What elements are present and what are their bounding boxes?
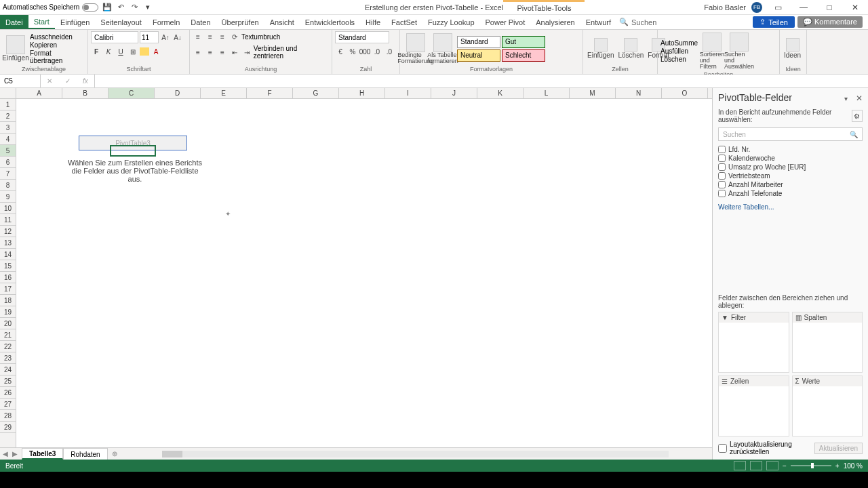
maximize-icon[interactable]: □ — [819, 1, 840, 14]
sheet-nav-prev-icon[interactable]: ◀ — [3, 450, 8, 458]
tab-ansicht[interactable]: Ansicht — [264, 15, 300, 29]
row-header-2[interactable]: 2 — [0, 110, 16, 122]
col-header-g[interactable]: G — [293, 88, 339, 98]
tell-me-search[interactable]: 🔍 Suchen — [619, 18, 656, 26]
row-header-9[interactable]: 9 — [0, 191, 16, 203]
percent-icon[interactable]: % — [347, 46, 358, 57]
decrease-indent-icon[interactable]: ⇤ — [229, 47, 240, 58]
normal-view-icon[interactable] — [734, 461, 746, 470]
horizontal-scrollbar[interactable] — [162, 451, 669, 458]
italic-button[interactable]: K — [103, 46, 114, 57]
row-header-22[interactable]: 22 — [0, 341, 16, 352]
ideas-button[interactable]: Ideen — [783, 37, 802, 60]
row-header-1[interactable]: 1 — [0, 99, 16, 110]
autosave-toggle[interactable] — [82, 3, 98, 12]
tab-fuzzy-lookup[interactable]: Fuzzy Lookup — [422, 15, 479, 29]
row-header-29[interactable]: 29 — [0, 422, 16, 433]
col-header-b[interactable]: B — [62, 88, 108, 98]
tab-entwurf[interactable]: Entwurf — [580, 15, 616, 29]
cancel-formula-icon[interactable]: ✕ — [47, 77, 52, 85]
font-name-combo[interactable]: Calibri — [91, 31, 138, 43]
fill-button[interactable]: Ausfüllen — [660, 47, 698, 55]
col-header-i[interactable]: I — [385, 88, 431, 98]
update-button[interactable]: Aktualisieren — [814, 443, 863, 454]
col-header-a[interactable]: A — [16, 88, 62, 98]
autosum-button[interactable]: AutoSumme — [660, 39, 698, 47]
col-header-h[interactable]: H — [339, 88, 385, 98]
col-header-j[interactable]: J — [431, 88, 477, 98]
page-break-view-icon[interactable] — [766, 461, 778, 470]
name-box[interactable]: C5 — [0, 75, 41, 87]
tab-power-pivot[interactable]: Power Pivot — [480, 15, 531, 29]
field-item[interactable]: Vertriebsteam — [718, 171, 863, 180]
tab-einfuegen[interactable]: Einfügen — [55, 15, 95, 29]
currency-icon[interactable]: € — [335, 46, 346, 57]
tab-entwicklertools[interactable]: Entwicklertools — [300, 15, 360, 29]
copy-button[interactable]: Kopieren — [30, 41, 85, 49]
enter-formula-icon[interactable]: ✓ — [65, 77, 71, 85]
col-header-k[interactable]: K — [477, 88, 524, 98]
bold-button[interactable]: F — [91, 46, 102, 57]
row-header-14[interactable]: 14 — [0, 249, 16, 260]
select-all-corner[interactable] — [0, 88, 16, 98]
row-header-17[interactable]: 17 — [0, 283, 16, 295]
row-header-26[interactable]: 26 — [0, 387, 16, 399]
active-cell[interactable] — [110, 145, 156, 157]
field-checkbox[interactable] — [718, 155, 726, 162]
tab-seitenlayout[interactable]: Seitenlayout — [95, 15, 147, 29]
close-icon[interactable]: ✕ — [845, 1, 865, 14]
minimize-icon[interactable]: — — [793, 1, 814, 14]
row-header-3[interactable]: 3 — [0, 122, 16, 134]
align-top-icon[interactable]: ≡ — [193, 31, 203, 42]
row-header-16[interactable]: 16 — [0, 272, 16, 283]
row-header-7[interactable]: 7 — [0, 168, 16, 180]
comma-icon[interactable]: 000 — [359, 46, 370, 57]
comments-button[interactable]: 💬 Kommentare — [797, 16, 863, 28]
worksheet-grid[interactable]: PivotTable3 Wählen Sie zum Erstellen ein… — [16, 99, 712, 447]
tab-daten[interactable]: Daten — [185, 15, 216, 29]
font-color-icon[interactable]: A — [151, 46, 161, 57]
tab-analysieren[interactable]: Analysieren — [530, 15, 580, 29]
align-right-icon[interactable]: ≡ — [217, 47, 228, 58]
borders-icon[interactable]: ⊞ — [127, 46, 138, 57]
qat-dropdown-icon[interactable]: ▾ — [143, 3, 153, 12]
field-search-input[interactable]: Suchen 🔍 — [718, 127, 863, 141]
drop-area-rows[interactable]: ☰Zeilen — [718, 375, 789, 436]
wrap-text-button[interactable]: Textumbruch — [241, 33, 280, 41]
field-item[interactable]: Umsatz pro Woche [EUR] — [718, 163, 863, 171]
tab-ueberpruefen[interactable]: Überprüfen — [216, 15, 264, 29]
new-sheet-button[interactable]: ⊕ — [112, 450, 117, 458]
tab-formeln[interactable]: Formeln — [147, 15, 185, 29]
tab-file[interactable]: Datei — [0, 15, 28, 29]
drop-area-values[interactable]: ΣWerte — [792, 375, 863, 436]
zoom-out-icon[interactable]: − — [783, 462, 787, 470]
redo-icon[interactable]: ↷ — [130, 3, 139, 12]
merge-button[interactable]: Verbinden und zentrieren — [254, 45, 329, 60]
zoom-slider[interactable] — [791, 465, 831, 466]
field-item[interactable]: Kalenderwoche — [718, 154, 863, 163]
sheet-nav-next-icon[interactable]: ▶ — [12, 450, 18, 458]
cell-style-neutral[interactable]: Neutral — [457, 49, 500, 62]
cut-button[interactable]: Ausschneiden — [30, 33, 85, 41]
row-header-21[interactable]: 21 — [0, 329, 16, 341]
number-format-combo[interactable]: Standard — [335, 31, 389, 43]
row-header-8[interactable]: 8 — [0, 180, 16, 191]
row-header-25[interactable]: 25 — [0, 375, 16, 387]
increase-indent-icon[interactable]: ⇥ — [241, 47, 252, 58]
row-header-4[interactable]: 4 — [0, 134, 16, 145]
row-header-10[interactable]: 10 — [0, 203, 16, 214]
row-header-23[interactable]: 23 — [0, 352, 16, 364]
undo-icon[interactable]: ↶ — [116, 3, 125, 12]
row-header-20[interactable]: 20 — [0, 318, 16, 329]
row-header-24[interactable]: 24 — [0, 364, 16, 375]
field-pane-gear-icon[interactable]: ⚙ — [852, 110, 863, 122]
orientation-icon[interactable]: ⟳ — [229, 31, 240, 42]
zoom-in-icon[interactable]: + — [835, 462, 840, 470]
row-header-13[interactable]: 13 — [0, 237, 16, 249]
sort-filter-button[interactable]: Sortieren und Filtern — [699, 31, 725, 71]
align-center-icon[interactable]: ≡ — [205, 47, 216, 58]
col-header-l[interactable]: L — [524, 88, 570, 98]
paste-button[interactable]: Einfügen — [3, 34, 28, 63]
decrease-font-icon[interactable]: A↓ — [172, 32, 183, 43]
field-item[interactable]: Lfd. Nr. — [718, 145, 863, 154]
